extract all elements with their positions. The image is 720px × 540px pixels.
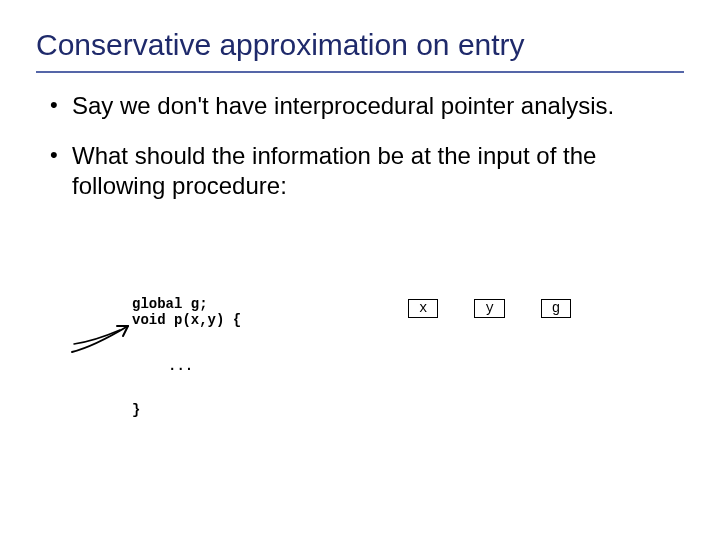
arrow-annotation <box>70 318 150 358</box>
code-line-decl: global g; <box>132 296 241 312</box>
variable-box-x: x <box>408 299 438 318</box>
arrow-icon <box>70 318 150 358</box>
slide: Conservative approximation on entry Say … <box>0 0 720 540</box>
bullet-list: Say we don't have interprocedural pointe… <box>46 91 684 201</box>
title-underline <box>36 71 684 73</box>
bullet-item: Say we don't have interprocedural pointe… <box>46 91 684 121</box>
bullet-item: What should the information be at the in… <box>46 141 684 201</box>
variable-boxes: x y g <box>408 299 571 318</box>
code-line-body: ... <box>168 358 193 374</box>
code-line-close: } <box>132 402 140 418</box>
variable-box-y: y <box>474 299 504 318</box>
slide-title: Conservative approximation on entry <box>36 28 684 63</box>
variable-box-g: g <box>541 299 571 318</box>
